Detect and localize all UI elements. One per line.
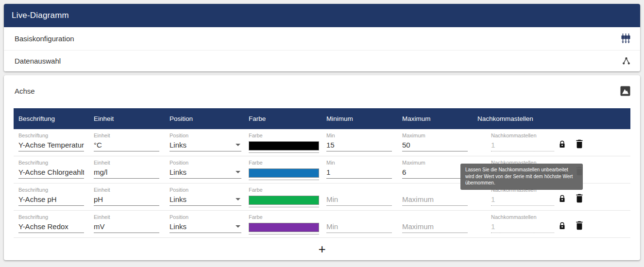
maximum-input[interactable] (402, 195, 468, 206)
axis-section-head: Achse (4, 75, 640, 96)
add-row: + (4, 238, 640, 260)
delete-row-button[interactable] (576, 139, 583, 150)
beschriftung-input[interactable] (18, 167, 84, 179)
col-header-minimum: Minimum (322, 115, 397, 122)
col-header-beschriftung: Beschriftung (14, 115, 89, 122)
beschriftung-input[interactable] (18, 222, 84, 233)
position-label: Position (169, 214, 244, 221)
position-value: Links (169, 222, 186, 231)
axis-section-title: Achse (15, 86, 35, 96)
maximum-input[interactable] (402, 222, 468, 233)
col-header-maximum: Maximum (397, 115, 473, 122)
beschriftung-label: Beschriftung (18, 133, 89, 139)
col-header-einheit: Einheit (89, 115, 165, 122)
hub-icon (622, 57, 630, 65)
einheit-label: Einheit (94, 160, 165, 167)
page: Live-Diagramm Basiskonfiguration Datenau… (0, 0, 644, 264)
position-select[interactable]: Links (169, 195, 241, 206)
einheit-label: Einheit (94, 133, 165, 139)
min-input[interactable] (326, 140, 392, 151)
beschriftung-label: Beschriftung (18, 160, 89, 167)
position-value: Links (169, 168, 186, 176)
nachkommastellen-input[interactable] (491, 195, 554, 206)
min-label: Min (326, 133, 397, 139)
nachkommastellen-label: Nachkommastellen (491, 133, 630, 139)
einheit-label: Einheit (94, 214, 165, 221)
lock-icon[interactable] (559, 222, 565, 232)
add-axis-button[interactable]: + (318, 243, 325, 255)
axis-table: Beschriftung Einheit Position Farbe Mini… (14, 108, 630, 238)
farbe-label: Farbe (249, 133, 322, 139)
color-swatch[interactable] (249, 195, 319, 207)
col-header-position: Position (165, 115, 244, 122)
axis-row-temperatur: Beschriftung Einheit Position Links Farb… (14, 129, 630, 156)
app-header: Live-Diagramm (4, 4, 640, 27)
beschriftung-input[interactable] (18, 195, 84, 206)
nachkommastellen-input[interactable] (491, 222, 554, 233)
min-label: Min (326, 160, 397, 167)
einheit-input[interactable] (94, 140, 159, 151)
farbe-label: Farbe (249, 187, 322, 194)
min-input[interactable] (326, 195, 392, 206)
chevron-down-icon (236, 144, 240, 146)
nachkommastellen-input[interactable] (491, 140, 554, 151)
maximum-input[interactable] (402, 140, 468, 151)
position-select[interactable]: Links (169, 140, 241, 151)
beschriftung-label: Beschriftung (18, 187, 89, 194)
config-card: Live-Diagramm Basiskonfiguration Datenau… (4, 4, 640, 71)
min-input[interactable] (326, 222, 392, 233)
col-header-farbe: Farbe (244, 115, 322, 122)
col-header-nachkommastellen: Nachkommastellen (473, 115, 630, 122)
position-label: Position (169, 133, 244, 139)
axis-row-chlorgehalt: Beschriftung Einheit Position Links Farb… (14, 156, 630, 184)
chevron-down-icon (236, 171, 240, 173)
maximum-label: Maximum (402, 133, 473, 139)
position-select[interactable]: Links (169, 167, 241, 179)
lock-icon[interactable] (559, 195, 565, 204)
color-swatch[interactable] (249, 222, 319, 234)
panel-datenauswahl[interactable]: Datenauswahl (4, 50, 640, 71)
beschriftung-label: Beschriftung (18, 214, 89, 221)
maximum-input[interactable] (402, 167, 468, 179)
delete-row-button[interactable] (576, 194, 583, 205)
color-swatch[interactable] (249, 140, 319, 153)
farbe-label: Farbe (249, 160, 322, 167)
panel-label: Datenauswahl (15, 57, 61, 65)
nachkommastellen-label: Nachkommastellen (491, 214, 630, 221)
chevron-down-icon (236, 198, 240, 200)
einheit-input[interactable] (94, 167, 159, 179)
chart-image-icon (620, 86, 630, 96)
chevron-down-icon (236, 225, 240, 228)
min-input[interactable] (326, 167, 392, 179)
axis-card: Achse Beschriftung Einheit Position Farb… (4, 75, 640, 260)
einheit-input[interactable] (94, 222, 159, 233)
einheit-input[interactable] (94, 195, 159, 206)
beschriftung-input[interactable] (18, 140, 84, 151)
nachkommastellen-tooltip: Lassen Sie die Nachkommastellen unbearbe… (460, 164, 583, 190)
farbe-label: Farbe (249, 214, 322, 221)
position-label: Position (169, 187, 244, 194)
sliders-icon (621, 33, 630, 44)
delete-row-button[interactable] (576, 221, 583, 232)
axis-table-header: Beschriftung Einheit Position Farbe Mini… (14, 108, 630, 129)
position-label: Position (169, 160, 244, 167)
position-value: Links (169, 141, 186, 149)
panel-label: Basiskonfiguration (15, 34, 74, 43)
position-select[interactable]: Links (169, 222, 241, 233)
lock-icon[interactable] (559, 140, 565, 150)
panel-basiskonfiguration[interactable]: Basiskonfiguration (4, 27, 640, 50)
position-value: Links (169, 195, 186, 203)
axis-row-redox: Beschriftung Einheit Position Links Farb… (14, 211, 630, 238)
color-swatch[interactable] (249, 167, 319, 180)
einheit-label: Einheit (94, 187, 165, 194)
page-title: Live-Diagramm (12, 11, 69, 20)
